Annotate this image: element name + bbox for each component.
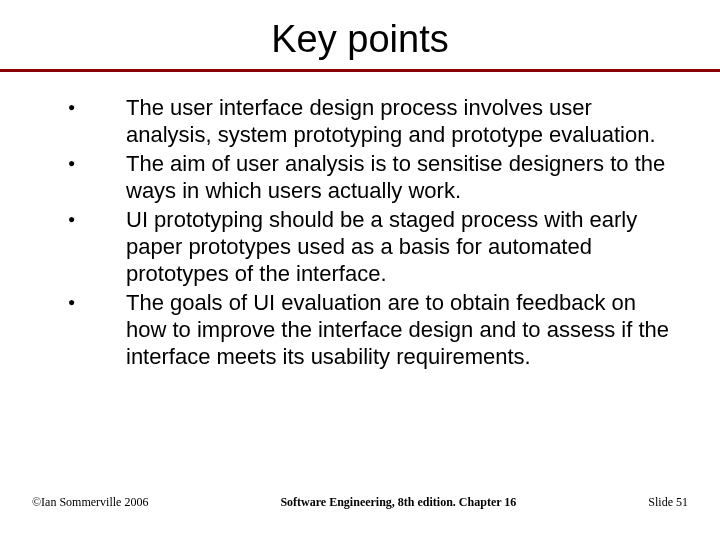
footer-chapter: Software Engineering, 8th edition. Chapt… [148,495,648,510]
list-item: ● The goals of UI evaluation are to obta… [68,289,678,370]
footer: ©Ian Sommerville 2006 Software Engineeri… [0,495,720,510]
list-item-text: UI prototyping should be a staged proces… [126,206,678,287]
bullet-list: ● The user interface design process invo… [32,94,688,370]
bullet-icon: ● [68,150,126,177]
title-rule [0,69,720,72]
list-item-text: The aim of user analysis is to sensitise… [126,150,678,204]
footer-copyright: ©Ian Sommerville 2006 [32,495,148,510]
slide-title: Key points [32,18,688,69]
list-item: ● The user interface design process invo… [68,94,678,148]
list-item-text: The goals of UI evaluation are to obtain… [126,289,678,370]
footer-slide-number: Slide 51 [648,495,688,510]
bullet-icon: ● [68,289,126,316]
list-item-text: The user interface design process involv… [126,94,678,148]
slide: Key points ● The user interface design p… [0,0,720,540]
list-item: ● The aim of user analysis is to sensiti… [68,150,678,204]
bullet-icon: ● [68,206,126,233]
list-item: ● UI prototyping should be a staged proc… [68,206,678,287]
bullet-icon: ● [68,94,126,121]
